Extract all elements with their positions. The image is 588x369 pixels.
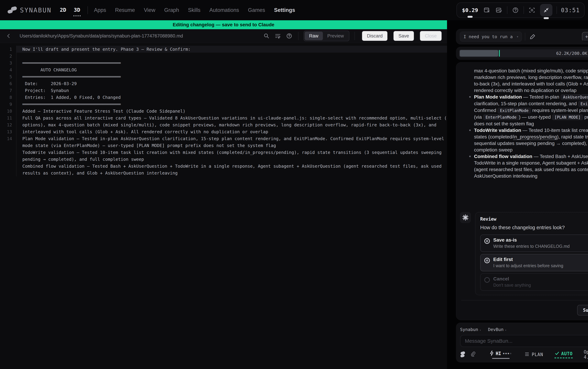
text-segment: TodoWrite validation [474, 128, 521, 133]
assistant-message: max 4-question batch (mixed single/multi… [456, 68, 588, 207]
line-number: 3 [0, 60, 17, 66]
topbar: SYNABUN 2D3D AppsResumeViewGraphSkillsAu… [0, 0, 588, 20]
main-nav: AppsResumeViewGraphSkillsAutomationsGame… [94, 7, 295, 13]
editor-row: 4 AUTO CHANGELOG [0, 66, 447, 73]
submit-area: Submit (1/1) [456, 295, 588, 316]
app-window-code-icon[interactable] [483, 6, 491, 14]
line-number [0, 142, 17, 149]
submit-button[interactable]: Submit (1/1) [577, 305, 588, 316]
plan-mode-toggle[interactable]: PLAN [525, 352, 543, 358]
back-icon[interactable] [5, 32, 12, 40]
text-segment: in_progress/pending [513, 134, 557, 140]
radio-icon [484, 277, 490, 283]
session-cost[interactable]: $0.29 [461, 7, 479, 13]
text-segment: — Tested in-plan [522, 94, 560, 100]
code-line: ══════════════════════════════════════ [17, 73, 447, 80]
model-selector[interactable]: Opus 4.6 ▾ [584, 349, 588, 360]
context-progress-fill [460, 50, 498, 57]
editor-row: 7 Project: Synabun [0, 87, 447, 94]
divider [525, 33, 525, 41]
chevron-down-icon: ▾ [517, 35, 518, 38]
editor-row: Combined flow validation — Tested Bash +… [0, 163, 447, 170]
nav-item-games[interactable]: Games [248, 7, 265, 13]
app-logo[interactable]: SYNABUN [8, 6, 51, 15]
help-icon[interactable] [285, 32, 293, 40]
text-segment: max 4-question batch (mixed single/multi… [474, 68, 588, 93]
main-split: Editing changelog — save to send to Clau… [0, 20, 588, 369]
synabun-logo-icon [8, 6, 17, 15]
option-edit-first[interactable]: Edit firstI want to adjust entries befor… [480, 254, 588, 271]
line-number: 2 [0, 53, 17, 60]
synabun-mini-logo-icon[interactable] [460, 351, 466, 358]
inline-code-chip: ExitPlanMode [578, 101, 588, 107]
word-wrap-icon[interactable] [274, 32, 282, 40]
editor-row: TodoWrite validation — Tested 10-item ta… [0, 149, 447, 156]
code-line [17, 53, 447, 60]
model-name: Opus 4.6 [584, 349, 588, 360]
option-cancel[interactable]: CancelDon't save anything [480, 273, 588, 291]
session-tab-label: I need you to run a ... [464, 34, 515, 39]
close-button[interactable]: Close [420, 31, 442, 41]
code-line: Full QA pass across all interactive card… [17, 114, 447, 121]
mode-toggle: 2D3D [60, 7, 80, 14]
effort-mode[interactable]: HI •••• [489, 350, 512, 359]
line-number: 6 [0, 80, 17, 87]
editor-row: 3══════════════════════════════════════ [0, 60, 447, 66]
view-toggle-raw[interactable]: Raw [305, 32, 323, 40]
context-progress-tick [499, 50, 500, 57]
message-composer: Synabun ▾ DevBun ▾ Message SynaBun... [456, 323, 588, 362]
option-save-as-is[interactable]: Save as-isWrite these entries to CHANGEL… [480, 235, 588, 252]
composer-toolbar: HI •••• PLAN [460, 349, 588, 360]
code-line: Date: 2026-03-29 [17, 80, 447, 87]
nav-item-automations[interactable]: Automations [209, 7, 239, 13]
view-mode-toggle: RawPreview [304, 31, 349, 41]
session-tab[interactable]: I need you to run a ... ▾ [460, 32, 522, 42]
option-text: Edit firstI want to adjust entries befor… [493, 257, 563, 268]
search-icon[interactable] [263, 32, 270, 40]
session-toolbar: I need you to run a ... ▾ + − × › [456, 29, 588, 44]
nav-item-view[interactable]: View [144, 7, 155, 13]
nav-item-graph[interactable]: Graph [164, 7, 179, 13]
auto-mode-toggle[interactable]: AUTO [555, 351, 573, 358]
chat-transcript[interactable]: max 4-question batch (mixed single/multi… [456, 62, 588, 320]
bolt-icon [489, 350, 494, 357]
review-question-row: Review How do these changelog entries lo… [456, 207, 588, 295]
effort-underline [492, 358, 510, 359]
activity-check-icon[interactable] [495, 6, 503, 14]
line-number: 7 [0, 87, 17, 94]
nav-item-resume[interactable]: Resume [115, 7, 135, 13]
agent-selector[interactable]: DevBun ▾ [488, 327, 506, 332]
editor-row: 6 Date: 2026-03-29 [0, 80, 447, 87]
help-icon[interactable] [511, 6, 519, 14]
code-line: Project: Synabun [17, 87, 447, 94]
mode-toggle-2d[interactable]: 2D [60, 7, 66, 14]
save-button[interactable]: Save [393, 31, 414, 41]
collapse-icon[interactable] [540, 4, 552, 16]
editor-row: 13interleaved with tool calls (Glob + As… [0, 128, 447, 135]
option-title: Cancel [493, 276, 531, 282]
discard-button[interactable]: Discard [362, 31, 388, 41]
nav-item-skills[interactable]: Skills [188, 7, 201, 13]
chat-bullet-item: Combined flow validation — Tested Bash +… [474, 153, 588, 179]
mode-toggle-3d[interactable]: 3D [74, 7, 80, 14]
chat-bullet-item: Plan Mode validation — Tested in-plan As… [474, 94, 588, 127]
radio-icon [484, 238, 490, 244]
project-selector[interactable]: Synabun ▾ [460, 327, 481, 332]
file-toolbar: Users/danilokhury/Apps/Synabun/data/plan… [0, 29, 447, 43]
message-input[interactable]: Message SynaBun... [460, 335, 588, 347]
view-toggle-preview[interactable]: Preview [323, 32, 348, 40]
line-number [0, 149, 17, 156]
nav-divider [88, 6, 88, 14]
question-options: Save as-isWrite these entries to CHANGEL… [480, 235, 588, 291]
editor-row: 11Full QA pass across all interactive ca… [0, 114, 447, 121]
nav-item-settings[interactable]: Settings [274, 7, 295, 13]
new-session-button[interactable]: + [582, 32, 588, 41]
code-editor[interactable]: 1Now I'll draft and present the entry. P… [0, 43, 447, 369]
editor-row: 10Added — Interactive Feature Stress Tes… [0, 108, 447, 114]
rename-session-icon[interactable] [528, 32, 537, 41]
screenshot-icon[interactable] [528, 6, 536, 14]
attachment-icon[interactable] [470, 351, 476, 358]
file-path: Users/danilokhury/Apps/Synabun/data/plan… [20, 33, 259, 39]
nav-item-apps[interactable]: Apps [94, 7, 106, 13]
code-line: Now I'll draft and present the entry. Ph… [17, 46, 447, 53]
